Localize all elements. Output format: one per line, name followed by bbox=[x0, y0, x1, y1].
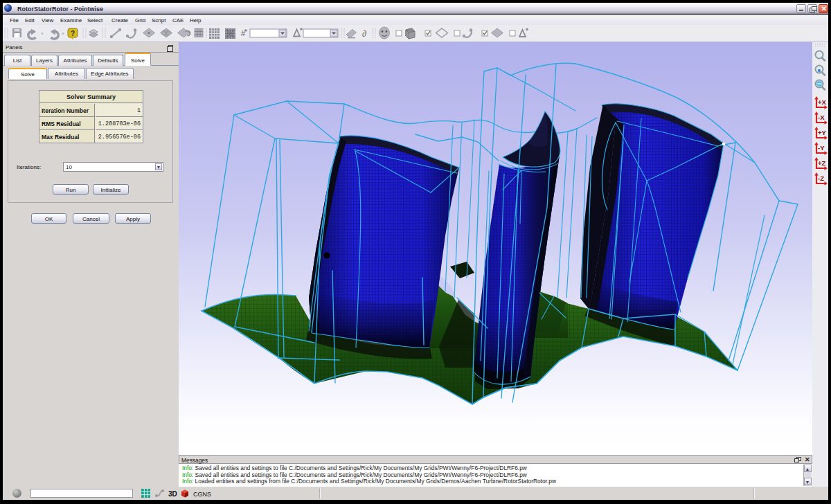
svg-text:#: # bbox=[241, 29, 245, 37]
svg-text:-Z: -Z bbox=[818, 174, 824, 182]
svg-text:3D: 3D bbox=[168, 490, 177, 498]
svg-text:-Y: -Y bbox=[818, 144, 825, 152]
svg-text:-X: -X bbox=[818, 114, 825, 121]
svg-text:+X: +X bbox=[818, 98, 827, 106]
svg-text:+Y: +Y bbox=[818, 129, 827, 136]
svg-text:CGNS: CGNS bbox=[193, 491, 211, 498]
svg-text:+Z: +Z bbox=[818, 159, 826, 167]
svg-text:∂: ∂ bbox=[362, 28, 366, 39]
svg-text:?: ? bbox=[71, 30, 75, 37]
